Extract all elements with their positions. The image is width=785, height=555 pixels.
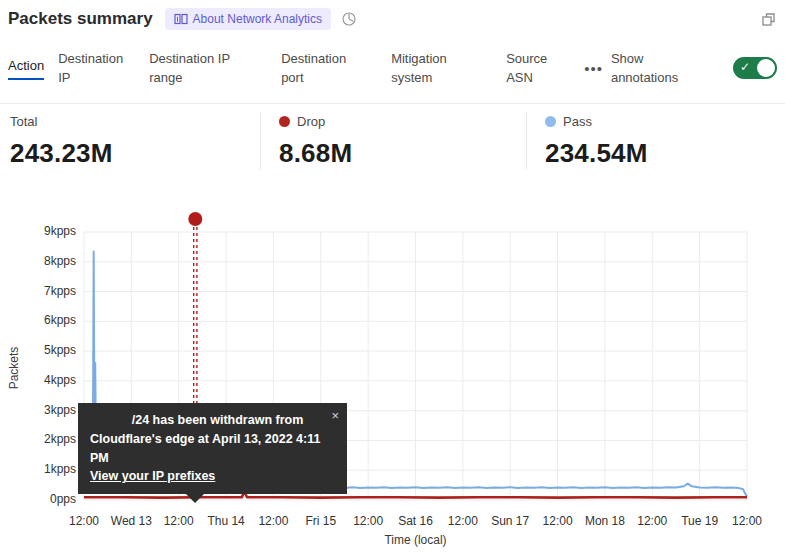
- packets-summary-panel: Packets summary About Network Analytics: [0, 0, 785, 555]
- about-network-analytics-badge[interactable]: About Network Analytics: [165, 8, 331, 30]
- pie-chart-icon[interactable]: [341, 11, 357, 27]
- annotation-marker: [188, 212, 202, 226]
- tab-mitigation-system[interactable]: Mitigation system: [391, 49, 469, 87]
- tab-destination-ip-range[interactable]: Destination IP range: [149, 49, 244, 87]
- x-axis-title: Time (local): [84, 533, 747, 547]
- stat-value: 243.23M: [10, 138, 250, 169]
- y-tick-label: 0pps: [0, 492, 76, 506]
- toggle-knob: [757, 59, 775, 77]
- tab-bar: Action Destination IP Destination IP ran…: [8, 40, 777, 96]
- panel-header: Packets summary About Network Analytics: [8, 8, 777, 30]
- show-annotations-toggle[interactable]: ✓: [733, 57, 777, 79]
- y-tick-label: 5kpps: [0, 343, 76, 357]
- y-tick-label: 4kpps: [0, 373, 76, 387]
- tab-action[interactable]: Action: [8, 56, 44, 80]
- pass-legend-dot: [545, 116, 556, 127]
- tab-destination-ip[interactable]: Destination IP: [58, 49, 130, 87]
- tooltip-text-line1: /24 has been withdrawn from: [90, 411, 335, 430]
- packets-chart: Packets 0pps1kpps2kpps3kpps4kpps5kpps6kp…: [0, 212, 785, 555]
- stat-total: Total 243.23M: [10, 112, 260, 169]
- stats-row: Total 243.23M Drop 8.68M Pass 234.54M: [10, 112, 775, 169]
- book-icon: [174, 13, 188, 25]
- y-tick-label: 2kpps: [0, 432, 76, 446]
- stat-label: Pass: [563, 114, 592, 129]
- expand-panel-icon[interactable]: [760, 11, 777, 28]
- stat-drop: Drop 8.68M: [260, 112, 526, 169]
- show-annotations-label: Show annotations: [611, 49, 695, 87]
- stat-value: 234.54M: [545, 138, 765, 169]
- page-title: Packets summary: [8, 9, 153, 29]
- header-divider: [0, 103, 785, 104]
- close-icon[interactable]: ×: [331, 406, 339, 426]
- more-options-button[interactable]: •••: [584, 60, 603, 77]
- annotation-tooltip: × /24 has been withdrawn from Cloudflare…: [78, 403, 347, 494]
- check-icon: ✓: [740, 60, 750, 74]
- stat-label: Total: [10, 114, 37, 129]
- y-tick-label: 8kpps: [0, 254, 76, 268]
- y-tick-label: 3kpps: [0, 403, 76, 417]
- tooltip-arrow: [186, 494, 204, 503]
- drop-legend-dot: [279, 116, 290, 127]
- y-tick-label: 6kpps: [0, 313, 76, 327]
- x-tick-label: 12:00: [712, 514, 782, 528]
- y-tick-label: 1kpps: [0, 462, 76, 476]
- stat-value: 8.68M: [279, 138, 516, 169]
- tooltip-text-line2: Cloudflare's edge at April 13, 2022 4:11…: [90, 430, 335, 468]
- stat-pass: Pass 234.54M: [526, 112, 775, 169]
- badge-label: About Network Analytics: [193, 12, 322, 26]
- stat-label: Drop: [297, 114, 325, 129]
- tab-destination-port[interactable]: Destination port: [281, 49, 359, 87]
- tab-source-asn[interactable]: Source ASN: [506, 49, 558, 87]
- y-tick-label: 9kpps: [0, 224, 76, 238]
- y-tick-label: 7kpps: [0, 284, 76, 298]
- view-ip-prefixes-link[interactable]: View your IP prefixes: [90, 467, 215, 486]
